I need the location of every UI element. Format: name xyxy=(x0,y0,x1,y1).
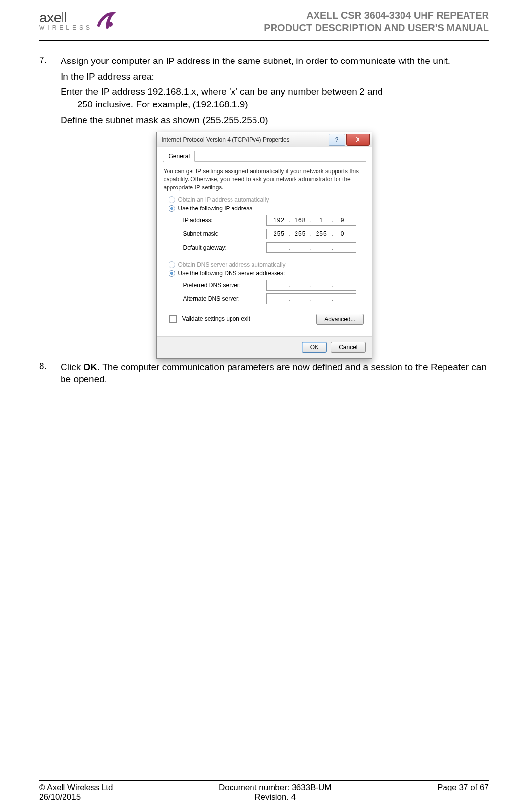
radio-obtain-ip-label: Obtain an IP address automatically xyxy=(178,196,269,203)
tab-general[interactable]: General xyxy=(164,151,195,162)
footer-docnum: Document number: 3633B-UM xyxy=(219,783,332,792)
logo-mark-icon xyxy=(95,9,116,32)
alt-dns-label: Alternate DNS server: xyxy=(183,295,266,302)
validate-checkbox[interactable] xyxy=(169,315,177,323)
doc-title-2: PRODUCT DESCRIPTION AND USER'S MANUAL xyxy=(264,21,489,34)
cancel-button[interactable]: Cancel xyxy=(331,342,365,353)
step-7-line3b: 250 inclusive. For example, (192.168.1.9… xyxy=(61,98,489,111)
footer-date: 26/10/2015 xyxy=(39,792,113,802)
step-7-line4: Define the subnet mask as shown (255.255… xyxy=(61,114,489,126)
pref-dns-field[interactable]: . . . xyxy=(266,280,356,291)
step-7-line1: Assign your computer an IP address in th… xyxy=(61,55,489,67)
ip-o4: 9 xyxy=(333,217,353,224)
radio-use-ip[interactable] xyxy=(169,205,175,212)
radio-use-ip-label: Use the following IP address: xyxy=(178,205,254,212)
step-8-pre: Click xyxy=(61,362,83,372)
tab-strip: General xyxy=(163,150,366,162)
step-8-post: . The computer communication parameters … xyxy=(61,362,486,385)
close-button[interactable]: X xyxy=(346,134,370,146)
page-header: axell WIRELESS AXELL CSR 3604-3304 UHF R… xyxy=(39,9,489,41)
footer-page: Page 37 of 67 xyxy=(437,783,489,802)
radio-obtain-ip[interactable] xyxy=(169,196,175,203)
advanced-button[interactable]: Advanced... xyxy=(316,314,363,325)
sn-o1: 255 xyxy=(270,230,289,237)
ip-o2: 168 xyxy=(291,217,310,224)
radio-use-dns-label: Use the following DNS server addresses: xyxy=(178,270,285,277)
footer-revision: Revision. 4 xyxy=(219,792,332,802)
step-8-bold: OK xyxy=(83,362,97,372)
svg-point-0 xyxy=(108,22,113,27)
step-8: 8. Click OK. The computer communication … xyxy=(39,361,489,389)
step-7: 7. Assign your computer an IP address in… xyxy=(39,55,489,129)
ip-o1: 192 xyxy=(270,217,289,224)
doc-title-1: AXELL CSR 3604-3304 UHF REPEATER xyxy=(264,9,489,21)
subnet-field[interactable]: 255. 255. 255. 0 xyxy=(266,229,356,239)
ip-o3: 1 xyxy=(312,217,331,224)
dialog-description: You can get IP settings assigned automat… xyxy=(164,167,365,191)
ipv4-properties-dialog: Internet Protocol Version 4 (TCP/IPv4) P… xyxy=(156,132,372,359)
dialog-titlebar[interactable]: Internet Protocol Version 4 (TCP/IPv4) P… xyxy=(157,132,372,147)
validate-label: Validate settings upon exit xyxy=(182,315,250,322)
radio-use-dns[interactable] xyxy=(169,270,175,277)
radio-obtain-dns-label: Obtain DNS server address automatically xyxy=(178,261,286,268)
dialog-title: Internet Protocol Version 4 (TCP/IPv4) P… xyxy=(162,136,290,143)
page-footer: © Axell Wireless Ltd 26/10/2015 Document… xyxy=(39,780,489,802)
step-number: 8. xyxy=(39,361,53,389)
ip-address-label: IP address: xyxy=(183,217,266,224)
help-button[interactable]: ? xyxy=(329,134,345,146)
gateway-field[interactable]: . . . xyxy=(266,242,356,253)
footer-copyright: © Axell Wireless Ltd xyxy=(39,783,113,792)
step-number: 7. xyxy=(39,55,53,129)
ip-address-field[interactable]: 192. 168. 1. 9 xyxy=(266,215,356,226)
sn-o3: 255 xyxy=(312,230,331,237)
radio-obtain-dns[interactable] xyxy=(169,261,175,268)
logo-sub-text: WIRELESS xyxy=(39,25,93,31)
gateway-label: Default gateway: xyxy=(183,244,266,251)
step-7-line3a: Enter the IP address 192.168.1.x, where … xyxy=(61,85,489,98)
subnet-label: Subnet mask: xyxy=(183,230,266,237)
logo: axell WIRELESS xyxy=(39,9,116,32)
sn-o4: 0 xyxy=(333,230,353,237)
ok-button[interactable]: OK xyxy=(302,342,327,353)
sn-o2: 255 xyxy=(291,230,310,237)
alt-dns-field[interactable]: . . . xyxy=(266,293,356,304)
pref-dns-label: Preferred DNS server: xyxy=(183,282,266,289)
logo-main-text: axell xyxy=(39,10,93,25)
step-8-text: Click OK. The computer communication par… xyxy=(61,361,489,386)
step-7-line2: In the IP address area: xyxy=(61,70,489,83)
